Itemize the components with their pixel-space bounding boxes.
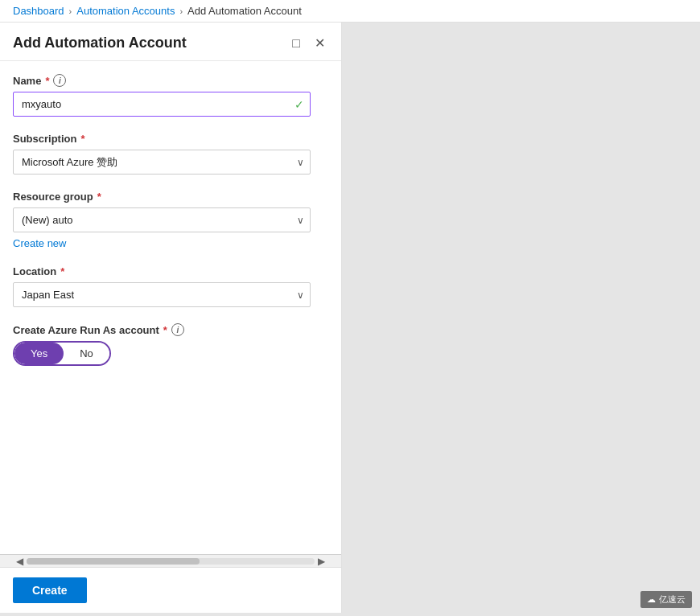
run-as-group: Create Azure Run As account * i Yes No (13, 323, 325, 366)
panel-header-icons: □ ✕ (289, 34, 328, 52)
close-icon[interactable]: ✕ (311, 34, 328, 52)
maximize-icon[interactable]: □ (289, 35, 303, 52)
h-scroll-thumb[interactable] (27, 558, 200, 565)
subscription-select[interactable]: Microsoft Azure 赞助 (13, 150, 311, 175)
subscription-group: Subscription * Microsoft Azure 赞助 ∨ (13, 133, 325, 175)
watermark-icon: ☁ (647, 594, 656, 605)
breadcrumb-sep1: › (69, 6, 72, 16)
subscription-select-wrapper: Microsoft Azure 赞助 ∨ (13, 150, 311, 175)
panel-body: Name * i ✓ Subscription * Microsoft Azur (0, 61, 341, 554)
resource-group-required: * (97, 191, 101, 203)
location-required: * (60, 265, 64, 277)
h-scroll-track[interactable] (27, 558, 315, 565)
name-required: * (45, 75, 49, 87)
create-button[interactable]: Create (13, 577, 87, 603)
run-as-toggle[interactable]: Yes No (13, 341, 111, 366)
panel-header: Add Automation Account □ ✕ (0, 23, 341, 61)
location-select[interactable]: Japan East (13, 282, 311, 307)
name-info-icon[interactable]: i (53, 74, 66, 87)
resource-group-label: Resource group * (13, 191, 325, 203)
subscription-required: * (80, 133, 84, 145)
run-as-info-icon[interactable]: i (171, 323, 184, 336)
add-automation-account-panel: Add Automation Account □ ✕ Name * i ✓ (0, 23, 342, 613)
watermark-text: 亿速云 (659, 593, 686, 606)
breadcrumb: Dashboard › Automation Accounts › Add Au… (0, 0, 700, 23)
h-scroll-right-icon[interactable]: ▶ (315, 556, 328, 567)
horizontal-scrollbar[interactable]: ◀ ▶ (0, 554, 341, 567)
location-label: Location * (13, 265, 325, 277)
breadcrumb-dashboard[interactable]: Dashboard (13, 5, 64, 17)
name-input[interactable] (13, 92, 311, 117)
location-group: Location * Japan East ∨ (13, 265, 325, 307)
breadcrumb-sep2: › (179, 6, 183, 16)
panel-footer: Create (0, 567, 341, 613)
watermark: ☁ 亿速云 (640, 591, 692, 608)
right-panel (342, 23, 700, 613)
panel-title: Add Automation Account (13, 35, 289, 51)
name-group: Name * i ✓ (13, 74, 325, 117)
create-new-link[interactable]: Create new (13, 237, 66, 249)
toggle-no[interactable]: No (64, 343, 109, 364)
name-label: Name * i (13, 74, 325, 87)
resource-group-group: Resource group * (New) auto ∨ Create new (13, 191, 325, 249)
name-check-icon: ✓ (294, 98, 304, 111)
breadcrumb-current: Add Automation Account (187, 5, 302, 17)
h-scroll-left-icon[interactable]: ◀ (13, 556, 27, 567)
breadcrumb-automation-accounts[interactable]: Automation Accounts (76, 5, 175, 17)
run-as-label: Create Azure Run As account * i (13, 323, 325, 336)
resource-group-select-wrapper: (New) auto ∨ (13, 207, 311, 232)
name-input-wrapper: ✓ (13, 92, 311, 117)
subscription-label: Subscription * (13, 133, 325, 145)
run-as-required: * (163, 324, 167, 336)
resource-group-select[interactable]: (New) auto (13, 207, 311, 232)
toggle-yes[interactable]: Yes (14, 343, 64, 364)
main-content: Add Automation Account □ ✕ Name * i ✓ (0, 23, 700, 613)
location-select-wrapper: Japan East ∨ (13, 282, 311, 307)
